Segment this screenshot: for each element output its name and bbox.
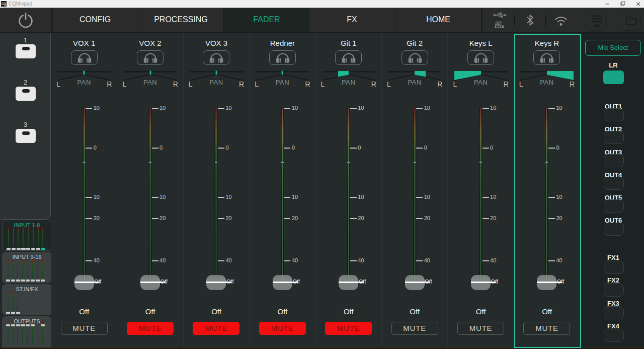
svg-text:SD: SD: [495, 20, 502, 26]
